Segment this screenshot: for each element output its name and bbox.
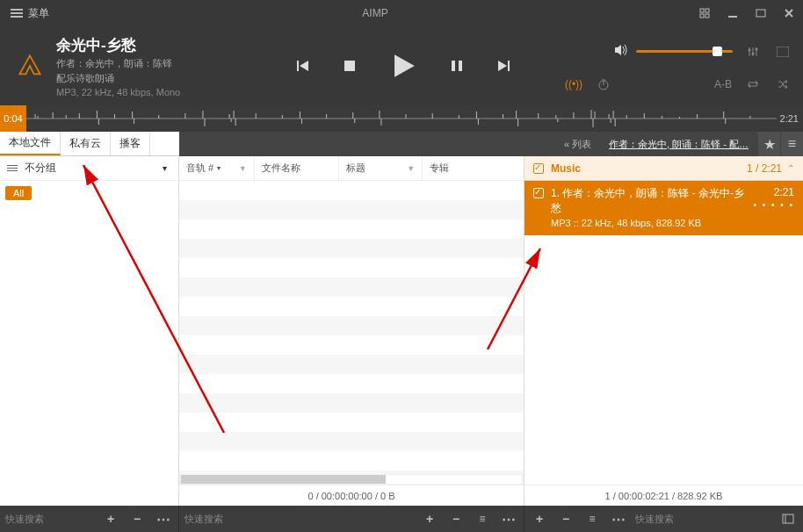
list-icon [0,165,25,171]
previous-button[interactable] [295,58,311,74]
playlist-empty-area[interactable] [524,235,803,485]
playlist-status: 1 / 00:00:02:21 / 828.92 KB [524,485,803,506]
svg-rect-2 [700,14,704,18]
repeat-button[interactable] [743,79,763,90]
list-label[interactable]: « 列表 [555,138,600,151]
track-meta: 余光中-乡愁 作者：余光中，朗诵：陈铎 配乐诗歌朗诵 MP3, 22 kHz, … [49,33,242,98]
filelist-remove-button[interactable]: − [446,509,466,528]
menu-button[interactable]: 菜单 [0,0,60,26]
radio-icon[interactable]: ((•)) [564,78,583,90]
scrollbar-thumb[interactable] [181,475,386,484]
group-checkbox[interactable] [533,163,544,174]
hamburger-icon [11,9,23,18]
playlist-name: Music [551,162,747,175]
volume-slider[interactable] [636,50,733,53]
playlist-add-button[interactable]: + [530,509,549,528]
col-track-no[interactable]: 音轨 #▾▼ [179,156,255,180]
playlist-group-header[interactable]: Music 1 / 2:21 ⌃ [524,156,803,181]
pause-button[interactable] [450,59,464,73]
equalizer-button[interactable] [743,46,763,58]
more-button[interactable]: ⋯ [154,509,173,528]
horizontal-scrollbar[interactable] [179,474,524,485]
favorite-button[interactable]: ★ [757,132,780,156]
waveform-display[interactable] [26,105,777,132]
collapse-icon[interactable]: ⌃ [787,163,794,173]
playback-controls [242,33,564,98]
playlist-track-row[interactable]: 1. 作者：余光中，朗诵：陈铎 - 余光中-乡愁 MP3 :: 22 kHz, … [524,181,803,235]
expand-button[interactable] [778,509,798,528]
filter-icon[interactable]: ▼ [239,164,247,173]
maximize-button[interactable] [747,0,775,26]
menu-label: 菜单 [28,6,49,21]
playlist-sort-button[interactable]: ≡ [582,509,602,528]
playlist-search-input[interactable]: 快速搜索 [635,513,771,526]
app-window: 菜单 AIMP 余光中-乡愁 作者：余光中，朗诵：陈铎 配乐诗歌朗诵 MP3, … [0,0,803,532]
main-body: 不分组 ▾ All 音轨 #▾▼ 文件名称 标题▼ 专辑 0 / 00:00:0… [0,156,803,506]
track-row-title: 1. 作者：余光中，朗诵：陈铎 - 余光中-乡愁 [551,186,753,216]
time-total: 2:21 [777,113,803,124]
svg-rect-26 [783,514,793,523]
library-search-input[interactable]: 快速搜索 [5,513,94,526]
close-button[interactable] [775,0,803,26]
grouping-selector[interactable]: 不分组 ▾ [0,156,178,181]
svg-rect-10 [452,61,455,71]
tab-cloud[interactable]: 私有云 [61,132,111,155]
ab-repeat-button[interactable]: A-B [713,78,733,90]
timer-icon[interactable] [594,78,613,90]
col-filename[interactable]: 文件名称 [255,156,339,180]
filter-icon[interactable]: ▼ [407,164,415,173]
playlist-more-button[interactable]: ⋯ [609,509,628,528]
minimize-button[interactable] [719,0,747,26]
track-checkbox[interactable] [533,188,544,198]
app-title: AIMP [60,7,691,19]
sidebar: 不分组 ▾ All [0,156,179,506]
footer-bar: 快速搜索 + − ⋯ 快速搜索 + − ≡ ⋯ + − ≡ ⋯ 快速搜索 [0,506,803,532]
file-rows-area[interactable] [179,181,524,474]
track-rating-dots[interactable]: • • • • • [753,200,794,210]
svg-rect-5 [756,10,765,17]
track-row-duration: 2:21 [753,186,794,198]
source-tabs: 本地文件 私有云 播客 [0,132,179,156]
player-tools: ((•)) A-B [564,33,792,98]
all-filter-badge[interactable]: All [5,186,32,200]
svg-point-17 [752,52,755,54]
add-button[interactable]: + [101,509,120,528]
filelist-sort-button[interactable]: ≡ [473,509,492,528]
filelist-more-button[interactable]: ⋯ [499,509,518,528]
file-list: 音轨 #▾▼ 文件名称 标题▼ 专辑 0 / 00:00:00:00 / 0 B [179,156,524,506]
visualizer-button[interactable] [773,47,792,57]
svg-rect-1 [705,9,709,12]
tabs-row: 本地文件 私有云 播客 « 列表 作者：余光中, 朗诵：陈铎 - 配… ★ ≡ [0,132,803,156]
svg-rect-11 [459,61,462,71]
stop-button[interactable] [343,59,357,73]
svg-rect-19 [777,47,789,57]
title-bar: 菜单 AIMP [0,0,803,26]
file-columns: 音轨 #▾▼ 文件名称 标题▼ 专辑 [179,156,524,181]
svg-rect-12 [508,61,510,71]
compact-mode-button[interactable] [691,0,719,26]
play-button[interactable] [388,51,418,81]
volume-control[interactable] [613,42,733,61]
svg-point-16 [749,48,751,51]
filelist-add-button[interactable]: + [420,509,439,528]
svg-rect-9 [344,61,355,71]
next-button[interactable] [496,58,511,74]
playlist-panel: Music 1 / 2:21 ⌃ 1. 作者：余光中，朗诵：陈铎 - 余光中-乡… [524,156,803,506]
svg-point-18 [756,47,758,50]
time-elapsed: 0:04 [0,105,26,132]
waveform-bar[interactable]: 0:04 2:21 [0,105,803,132]
filelist-search-input[interactable]: 快速搜索 [184,513,413,526]
col-title[interactable]: 标题▼ [339,156,423,180]
track-info: MP3, 22 kHz, 48 kbps, Mono [56,87,242,97]
tab-podcast[interactable]: 播客 [111,132,150,155]
shuffle-button[interactable] [773,79,792,90]
remove-button[interactable]: − [127,509,147,528]
col-album[interactable]: 专辑 [423,156,524,180]
tab-local[interactable]: 本地文件 [0,132,61,155]
playlist-tab[interactable]: 作者：余光中, 朗诵：陈铎 - 配… [600,138,757,151]
svg-rect-0 [700,9,704,12]
chevron-down-icon: ▾ [163,163,178,173]
playlist-menu-button[interactable]: ≡ [780,132,803,156]
playlist-remove-button[interactable]: − [556,509,575,528]
volume-icon [613,42,629,61]
